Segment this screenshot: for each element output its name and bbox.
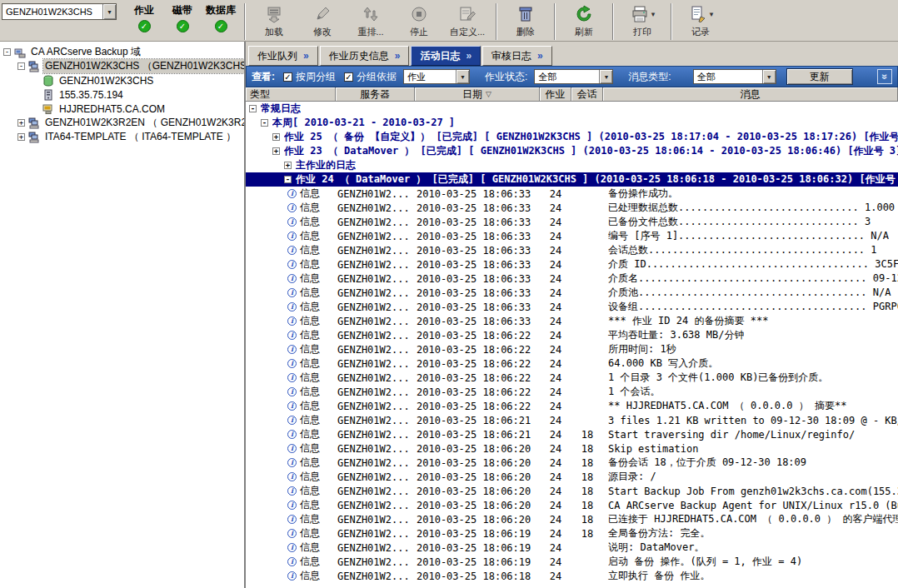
update-button[interactable]: 更新 [786,68,853,85]
log-type-cell: i信息 [246,229,336,243]
group-expand-toggle[interactable]: - [249,105,257,112]
info-icon: i [287,345,297,354]
tree-item[interactable]: -GENZH01W2K3CHS （GENZH01W2K3CHS ） [0,59,244,73]
group-expand-toggle[interactable]: + [284,162,292,169]
domain-combobox[interactable]: GENZH01W2K3CHS ▼ [2,3,117,20]
collapse-filter-button[interactable]: » [877,69,892,84]
log-row[interactable]: i信息GENZH01W2...2010-03-25 18:06:202418已连… [246,512,898,526]
tree-expand-toggle[interactable]: - [17,62,25,70]
chevron-down-icon[interactable]: ▼ [456,70,469,83]
stop-button[interactable]: 停止 [395,2,443,40]
main-panel: 作业队列»作业历史信息»活动日志»审核日志» 查看: ✓ 按周分组 ✓ 分组依据… [246,42,898,588]
log-row[interactable]: i信息GENZH01W2...2010-03-25 18:06:22241 个会… [246,385,898,399]
log-server-cell: GENZH01W2... [336,259,415,271]
log-row[interactable]: i信息GENZH01W2...2010-03-25 18:06:3324介质名.… [246,272,898,286]
log-type-label: 信息 [300,215,320,229]
log-row[interactable]: i信息GENZH01W2...2010-03-25 18:06:2224所用时间… [246,342,898,356]
log-row[interactable]: i信息GENZH01W2...2010-03-25 18:06:192418全局… [246,526,898,541]
log-row[interactable]: i信息GENZH01W2...2010-03-25 18:06:3324介质 I… [246,257,898,272]
log-server-cell: GENZH01W2... [336,457,415,469]
group-by-select[interactable]: 作业 ▼ [403,69,470,84]
tree-item[interactable]: +GENZH01W2K3R2EN （ GENZH01W2K3R2EN ） [0,116,244,130]
chevron-down-icon[interactable]: ▾ [651,10,656,18]
log-row[interactable]: i信息GENZH01W2...2010-03-25 18:06:2224** H… [246,399,898,413]
log-row[interactable]: i信息GENZH01W2...2010-03-25 18:06:202418备份… [246,456,898,470]
group-by-label: 分组依据 [357,70,397,84]
log-group-row[interactable]: +作业 23 （ DataMover ） [已完成] [ GENZH01W2K3… [246,144,898,158]
print-button[interactable]: ▾打印 [618,2,666,40]
rearrange-button[interactable]: 重排... [347,2,395,40]
column-header-type[interactable]: 类型 [246,87,336,102]
chevron-down-icon[interactable]: ▼ [762,70,776,83]
log-row[interactable]: i信息GENZH01W2...2010-03-25 18:06:21243 fi… [246,413,898,427]
group-expand-toggle[interactable]: + [272,147,280,155]
column-header-server[interactable]: 服务器 [336,87,415,102]
log-row[interactable]: i信息GENZH01W2...2010-03-25 18:06:202418St… [246,484,898,498]
column-header-job[interactable]: 作业 [540,87,571,102]
group-by-checkbox[interactable]: ✓ 分组依据 [344,70,397,84]
group-expand-toggle[interactable]: + [272,133,280,141]
log-group-row[interactable]: -常规日志 [246,102,898,116]
log-row[interactable]: i信息GENZH01W2...2010-03-25 18:06:3324*** … [246,314,898,328]
tree-item-label: 155.35.75.194 [57,89,125,101]
tree-item[interactable]: HJJREDHAT5.CA.COM [0,102,244,116]
log-row[interactable]: i信息GENZH01W2...2010-03-25 18:06:3324已处理数… [246,201,898,215]
log-row[interactable]: i信息GENZH01W2...2010-03-25 18:06:222464.0… [246,356,898,371]
group-by-week-checkbox[interactable]: ✓ 按周分组 [283,70,336,84]
log-server-cell: GENZH01W2... [336,415,415,426]
tree-expand-toggle[interactable]: + [17,119,25,127]
chevron-down-icon[interactable]: ▼ [599,70,612,83]
tree-item[interactable]: -CA ARCserve Backup 域 [0,45,244,59]
chevron-down-icon[interactable]: ▼ [102,4,116,19]
log-row[interactable]: i信息GENZH01W2...2010-03-25 18:06:3324介质池.… [246,286,898,300]
tab-audit-log[interactable]: 审核日志» [482,46,552,66]
group-expand-toggle[interactable]: - [284,176,292,183]
log-row[interactable]: i信息GENZH01W2...2010-03-25 18:06:3324编号 [… [246,229,898,243]
log-row[interactable]: i信息GENZH01W2...2010-03-25 18:06:3324会话总数… [246,243,898,257]
tree-item[interactable]: 155.35.75.194 [0,87,244,102]
log-row[interactable]: i信息GENZH01W2...2010-03-25 18:06:202418CA… [246,498,898,512]
log-row[interactable]: i信息GENZH01W2...2010-03-25 18:06:1924说明: … [246,541,898,555]
log-group-row[interactable]: +作业 25 （ 备份 【自定义】） [已完成] [ GENZH01W2K3CH… [246,130,898,144]
group-expand-toggle[interactable]: - [261,119,268,127]
log-row[interactable]: i信息GENZH01W2...2010-03-25 18:06:3324备份操作… [246,187,898,201]
tree-expand-toggle[interactable]: + [17,133,25,141]
log-row[interactable]: i信息GENZH01W2...2010-03-25 18:06:1824立即执行… [246,569,898,583]
delete-button[interactable]: 删除 [501,2,550,40]
modify-button[interactable]: 修改 [298,2,347,40]
log-row[interactable]: i信息GENZH01W2...2010-03-25 18:06:1924启动 备… [246,555,898,569]
tree-item-label: GENZH01W2K3R2EN （ GENZH01W2K3R2EN ） [43,116,246,130]
column-header-session[interactable]: 会话 [571,87,603,102]
tab-activity-log[interactable]: 活动日志» [411,46,481,66]
record-button[interactable]: ▾记录 [676,2,725,40]
load-button[interactable]: 加载 [250,2,298,40]
log-row[interactable]: i信息GENZH01W2...2010-03-25 18:06:3324已备份文… [246,215,898,229]
message-type-select[interactable]: 全部 ▼ [693,69,776,84]
column-header-message[interactable]: 消息 [603,87,898,102]
log-message-cell: 已处理数据总数.............................. 1.… [603,201,898,215]
tab-job-queue[interactable]: 作业队列» [248,46,318,66]
tree-item[interactable]: +ITA64-TEMPLATE （ ITA64-TEMPLATE ） [0,130,244,144]
toolbar-status-database[interactable]: 数据库✓ [202,2,240,32]
tree-item[interactable]: GENZH01W2K3CHS [0,73,244,87]
log-group-row[interactable]: -本周[ 2010-03-21 - 2010-03-27 ] [246,116,898,130]
job-status-select[interactable]: 全部 ▼ [534,69,613,84]
log-group-row[interactable]: +主作业的日志 [246,158,898,172]
tab-job-history[interactable]: 作业历史信息» [320,46,410,66]
log-row[interactable]: i信息GENZH01W2...2010-03-25 18:06:202418源目… [246,470,898,484]
log-row[interactable]: i信息GENZH01W2...2010-03-25 18:06:22241 个目… [246,371,898,385]
checkbox-checked-icon: ✓ [344,72,353,82]
log-row[interactable]: i信息GENZH01W2...2010-03-25 18:06:212418St… [246,427,898,441]
navigation-tree: -CA ARCserve Backup 域-GENZH01W2K3CHS （GE… [0,42,246,588]
tree-expand-toggle[interactable]: - [3,48,11,56]
chevron-down-icon[interactable]: ▾ [710,10,714,18]
log-group-row[interactable]: -作业 24 （ DataMover ） [已完成] [ GENZH01W2K3… [246,172,898,187]
toolbar-status-jobs[interactable]: 作业✓ [125,2,163,32]
toolbar-status-tape[interactable]: 磁带✓ [163,2,202,32]
customize-button[interactable]: 自定义... [443,2,491,40]
column-header-date[interactable]: 日期▽ [415,87,540,102]
refresh-button[interactable]: 刷新 [560,2,608,40]
log-row[interactable]: i信息GENZH01W2...2010-03-25 18:06:202418Sk… [246,441,898,456]
log-row[interactable]: i信息GENZH01W2...2010-03-25 18:06:3324设备组.… [246,300,898,314]
log-row[interactable]: i信息GENZH01W2...2010-03-25 18:06:2224平均吞吐… [246,328,898,342]
